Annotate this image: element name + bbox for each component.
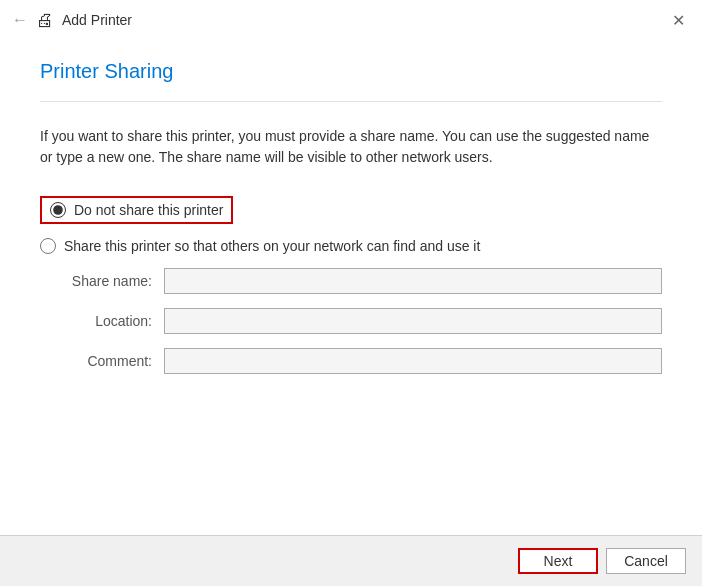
share-name-input[interactable] [164,268,662,294]
no-share-label[interactable]: Do not share this printer [74,202,223,218]
next-button[interactable]: Next [518,548,598,574]
location-input[interactable] [164,308,662,334]
no-share-option[interactable]: Do not share this printer [40,196,233,224]
dialog-footer: Next Cancel [0,535,702,586]
no-share-radio[interactable] [50,202,66,218]
divider [40,101,662,102]
page-heading: Printer Sharing [40,60,662,83]
share-radio[interactable] [40,238,56,254]
share-name-label: Share name: [64,273,164,289]
title-bar: ← 🖨 Add Printer ✕ [0,0,702,40]
comment-row: Comment: [64,348,662,374]
title-bar-left: ← 🖨 Add Printer [12,10,132,31]
close-button[interactable]: ✕ [666,8,690,32]
description-text: If you want to share this printer, you m… [40,126,662,168]
window-title: Add Printer [62,12,132,28]
cancel-button[interactable]: Cancel [606,548,686,574]
share-label[interactable]: Share this printer so that others on you… [64,238,480,254]
location-label: Location: [64,313,164,329]
dialog-content: Printer Sharing If you want to share thi… [0,40,702,535]
comment-input[interactable] [164,348,662,374]
sharing-fields: Share name: Location: Comment: [64,268,662,374]
comment-label: Comment: [64,353,164,369]
printer-icon: 🖨 [36,10,54,31]
location-row: Location: [64,308,662,334]
add-printer-dialog: ← 🖨 Add Printer ✕ Printer Sharing If you… [0,0,702,586]
back-button[interactable]: ← [12,11,28,29]
share-name-row: Share name: [64,268,662,294]
share-option[interactable]: Share this printer so that others on you… [40,238,662,254]
